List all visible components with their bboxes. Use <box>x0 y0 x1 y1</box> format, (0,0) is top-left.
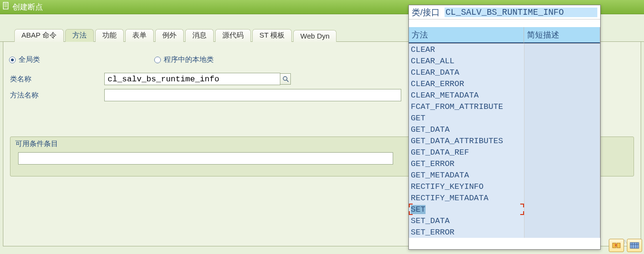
list-item[interactable]: GET_DATA_ATTRIBUTES <box>409 135 600 147</box>
list-item[interactable]: CLEAR_METADATA <box>409 89 600 101</box>
list-item[interactable]: GET <box>409 112 600 124</box>
list-item[interactable]: CLEAR <box>409 44 600 55</box>
radio-scope-1[interactable]: 程序中的本地类 <box>154 55 214 64</box>
popup-header-label: 类/接口 <box>412 7 440 18</box>
list-item[interactable]: SET_DATA <box>409 215 600 226</box>
tab-4[interactable]: 例外 <box>155 29 184 42</box>
popup-column-headers: 方法 简短描述 <box>409 27 600 44</box>
popup-header-value: CL_SALV_BS_RUNTIME_INFO <box>445 8 597 17</box>
tab-5[interactable]: 消息 <box>185 29 214 42</box>
list-item[interactable]: CLEAR_ERROR <box>409 78 600 89</box>
svg-line-2 <box>287 80 288 82</box>
list-item[interactable]: GET_METADATA <box>409 169 600 181</box>
popup-header: 类/接口 CL_SALV_BS_RUNTIME_INFO <box>409 5 600 20</box>
tool-button-2[interactable] <box>627 239 642 252</box>
radio-dot-icon <box>9 57 16 63</box>
list-item[interactable]: GET_ERROR <box>409 158 600 169</box>
method-name-label: 方法名称 <box>9 91 104 100</box>
window-title: 创建断点 <box>12 0 43 14</box>
list-item[interactable]: SET_ERROR <box>409 226 600 238</box>
class-name-input[interactable] <box>104 73 280 85</box>
svg-text:✕: ✕ <box>614 243 618 248</box>
tab-2[interactable]: 功能 <box>95 29 124 42</box>
tab-0[interactable]: ABAP 命令 <box>14 29 64 42</box>
method-name-input[interactable] <box>104 89 401 101</box>
list-item[interactable]: CLEAR_DATA <box>409 67 600 78</box>
list-item[interactable]: CLEAR_ALL <box>409 55 600 67</box>
class-search-button[interactable] <box>280 73 291 85</box>
tool-button-1[interactable]: ✕ <box>609 239 624 252</box>
radio-label: 全局类 <box>19 55 40 64</box>
corner-toolbar: ✕ <box>609 239 642 252</box>
search-icon <box>282 76 289 82</box>
popup-method-list[interactable]: CLEAR CLEAR_ALL CLEAR_DATA CLEAR_ERROR C… <box>409 44 600 249</box>
tab-6[interactable]: 源代码 <box>215 29 251 42</box>
list-item[interactable]: FCAT_FROM_ATTRIBUTE <box>409 101 600 112</box>
list-item[interactable]: RECTIFY_KEYINFO <box>409 181 600 192</box>
list-item[interactable]: SET <box>409 204 600 215</box>
method-selector-popup: 类/接口 CL_SALV_BS_RUNTIME_INFO 方法 简短描述 CLE… <box>408 5 601 250</box>
tab-8[interactable]: Web Dyn <box>293 30 337 42</box>
tab-7[interactable]: ST 模板 <box>252 29 292 42</box>
class-name-label: 类名称 <box>9 75 104 84</box>
list-item[interactable]: GET_DATA <box>409 124 600 135</box>
tab-3[interactable]: 表单 <box>125 29 154 42</box>
tab-1[interactable]: 方法 <box>65 29 94 42</box>
radio-label: 程序中的本地类 <box>164 55 214 64</box>
document-icon <box>3 0 10 14</box>
column-header-method[interactable]: 方法 <box>409 27 524 43</box>
radio-dot-icon <box>154 57 161 63</box>
column-header-desc[interactable]: 简短描述 <box>524 27 600 43</box>
svg-point-1 <box>283 77 287 80</box>
list-item[interactable]: GET_DATA_REF <box>409 147 600 158</box>
svg-rect-0 <box>3 2 8 9</box>
list-item[interactable]: RECTIFY_METADATA <box>409 192 600 204</box>
condition-input[interactable] <box>18 152 393 165</box>
radio-scope-0[interactable]: 全局类 <box>9 55 40 64</box>
